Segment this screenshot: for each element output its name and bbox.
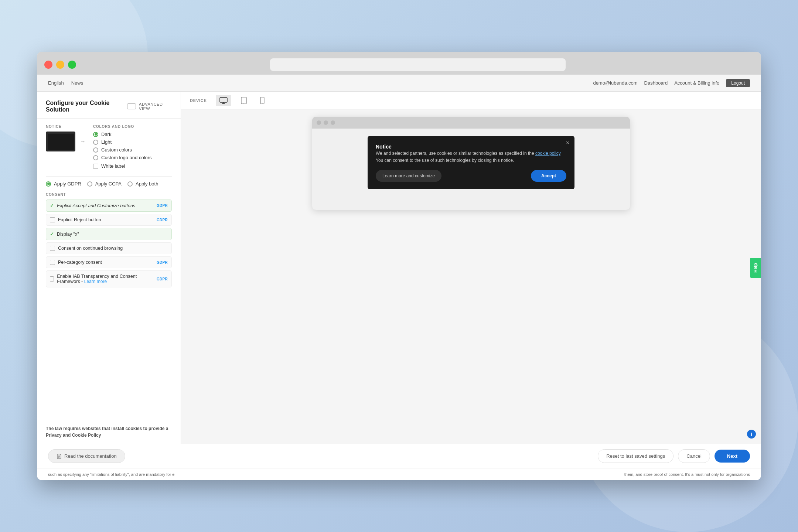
cookie-text-line1: We and selected partners, use cookies or… bbox=[376, 151, 534, 156]
notice-label: NOTICE bbox=[46, 125, 86, 129]
consent-item-1[interactable]: Explicit Reject button GDPR bbox=[46, 214, 172, 226]
apply-row: Apply GDPR Apply CCPA Apply both bbox=[46, 181, 172, 189]
minimize-traffic-light[interactable] bbox=[56, 61, 64, 69]
radio-light-btn[interactable] bbox=[93, 140, 98, 145]
cookie-notice-title: Notice bbox=[376, 144, 392, 150]
radio-dark-label: Dark bbox=[101, 132, 111, 137]
cookie-notice-popup: Notice × We and selected partners, use c… bbox=[368, 136, 574, 189]
consent-item-0-label: Explicit Accept and Customize buttons bbox=[57, 203, 135, 208]
checkbox-empty-5[interactable] bbox=[50, 276, 54, 282]
notice-arrow-icon: → bbox=[80, 138, 86, 145]
configure-header: Configure your Cookie Solution ADVANCED … bbox=[37, 92, 181, 119]
colors-logo-label: COLORS AND LOGO bbox=[93, 125, 172, 129]
apply-ccpa-radio[interactable] bbox=[87, 181, 92, 187]
apply-gdpr-option[interactable]: Apply GDPR bbox=[46, 181, 81, 187]
apply-gdpr-radio[interactable] bbox=[46, 181, 51, 187]
radio-custom-colors-btn[interactable] bbox=[93, 147, 98, 153]
radio-custom-logo-label: Custom logo and colors bbox=[101, 155, 152, 160]
notice-colors-row: NOTICE → COLORS AND LOGO bbox=[46, 125, 172, 172]
consent-item-4-left: Per-category consent bbox=[50, 260, 102, 265]
action-right: Reset to last saved settings Cancel Next bbox=[598, 449, 750, 463]
radio-custom-logo[interactable]: Custom logo and colors bbox=[93, 155, 172, 160]
cookie-actions: Learn more and customize Accept bbox=[376, 170, 566, 182]
white-label-checkbox[interactable] bbox=[93, 164, 98, 169]
preview-dot-3 bbox=[331, 120, 335, 125]
url-bar[interactable] bbox=[270, 58, 566, 71]
radio-custom-colors[interactable]: Custom colors bbox=[93, 147, 172, 153]
consent-item-5-badge: GDPR bbox=[157, 277, 168, 281]
close-traffic-light[interactable] bbox=[44, 61, 52, 69]
consent-item-3-label: Consent on continued browsing bbox=[58, 246, 123, 251]
action-bar: Read the documentation Reset to last sav… bbox=[37, 444, 761, 468]
consent-item-4[interactable]: Per-category consent GDPR bbox=[46, 256, 172, 268]
apply-ccpa-option[interactable]: Apply CCPA bbox=[87, 181, 122, 187]
next-button[interactable]: Next bbox=[715, 450, 750, 463]
svg-point-6 bbox=[262, 103, 263, 103]
notice-preview-box[interactable] bbox=[46, 132, 75, 151]
accept-button[interactable]: Accept bbox=[531, 170, 566, 182]
consent-label: CONSENT bbox=[46, 192, 172, 197]
consent-item-2-left: ✓ Display "x" bbox=[50, 231, 79, 237]
info-icon[interactable]: i bbox=[747, 430, 756, 439]
advanced-view-label: ADVANCED VIEW bbox=[139, 102, 172, 111]
logout-button[interactable]: Logout bbox=[726, 79, 750, 87]
device-tablet-icon[interactable] bbox=[237, 95, 250, 106]
checkbox-empty-1[interactable] bbox=[50, 217, 55, 222]
maximize-traffic-light[interactable] bbox=[68, 61, 76, 69]
cookie-text-line2: You can consent to the use of such techn… bbox=[376, 158, 514, 163]
cookie-notice-close-button[interactable]: × bbox=[566, 140, 569, 146]
preview-dot-1 bbox=[317, 120, 321, 125]
preview-container: Notice × We and selected partners, use c… bbox=[181, 109, 761, 444]
device-label: DEVICE bbox=[190, 98, 207, 103]
checkbox-empty-4[interactable] bbox=[50, 260, 55, 265]
nav-billing[interactable]: Account & Billing info bbox=[674, 80, 719, 86]
preview-browser-bar bbox=[312, 117, 630, 129]
notice-section: NOTICE → bbox=[46, 125, 86, 172]
learn-more-link-iab[interactable]: Learn more bbox=[84, 279, 107, 284]
white-label-row[interactable]: White label bbox=[93, 163, 172, 169]
radio-custom-logo-btn[interactable] bbox=[93, 155, 98, 160]
apply-both-option[interactable]: Apply both bbox=[127, 181, 158, 187]
consent-item-1-badge: GDPR bbox=[157, 218, 168, 222]
footer-notice: The law requires websites that install c… bbox=[37, 420, 181, 444]
learn-more-customize-button[interactable]: Learn more and customize bbox=[376, 170, 441, 182]
cancel-button[interactable]: Cancel bbox=[678, 449, 710, 463]
traffic-lights bbox=[44, 61, 76, 69]
nav-lang[interactable]: English bbox=[48, 80, 64, 86]
apply-both-radio[interactable] bbox=[127, 181, 133, 187]
consent-item-3-left: Consent on continued browsing bbox=[50, 246, 123, 251]
browser-nav: English News demo@iubenda.com Dashboard … bbox=[37, 75, 761, 92]
advanced-view-checkbox[interactable] bbox=[127, 103, 136, 109]
svg-point-4 bbox=[243, 103, 244, 103]
consent-item-0-left: ✓ Explicit Accept and Customize buttons bbox=[50, 203, 135, 208]
nav-dashboard[interactable]: Dashboard bbox=[644, 80, 668, 86]
device-desktop-icon[interactable] bbox=[216, 95, 231, 106]
radio-dark[interactable]: Dark bbox=[93, 132, 172, 137]
browser-window: English News demo@iubenda.com Dashboard … bbox=[37, 52, 761, 480]
consent-item-4-label: Per-category consent bbox=[58, 260, 102, 265]
radio-light[interactable]: Light bbox=[93, 139, 172, 145]
cookie-policy-link[interactable]: cookie policy bbox=[535, 151, 560, 156]
colors-logo-section: COLORS AND LOGO Dark Light Custom colors bbox=[93, 125, 172, 172]
radio-dark-btn[interactable] bbox=[93, 132, 98, 137]
advanced-view-toggle[interactable]: ADVANCED VIEW bbox=[127, 102, 172, 111]
browser-chrome bbox=[37, 52, 761, 75]
read-doc-label: Read the documentation bbox=[64, 453, 117, 459]
consent-item-2-label: Display "x" bbox=[57, 232, 79, 237]
nav-news[interactable]: News bbox=[71, 80, 83, 86]
device-mobile-icon[interactable] bbox=[256, 95, 268, 106]
bottom-text-left: such as specifying any "limitations of l… bbox=[48, 472, 176, 477]
help-tab[interactable]: Help bbox=[750, 258, 761, 277]
footer-notice-text: The law requires websites that install c… bbox=[46, 426, 168, 438]
svg-rect-0 bbox=[220, 98, 227, 102]
consent-item-2[interactable]: ✓ Display "x" bbox=[46, 228, 172, 240]
checkbox-empty-3[interactable] bbox=[50, 246, 55, 251]
bottom-text-strip: such as specifying any "limitations of l… bbox=[37, 468, 761, 480]
reset-button[interactable]: Reset to last saved settings bbox=[598, 449, 673, 463]
consent-item-5[interactable]: Enable IAB Transparency and Consent Fram… bbox=[46, 270, 172, 287]
divider-1 bbox=[46, 176, 172, 177]
consent-item-0[interactable]: ✓ Explicit Accept and Customize buttons … bbox=[46, 200, 172, 212]
read-doc-button[interactable]: Read the documentation bbox=[48, 449, 125, 463]
consent-item-3[interactable]: Consent on continued browsing bbox=[46, 242, 172, 254]
configure-panel: Configure your Cookie Solution ADVANCED … bbox=[37, 92, 181, 444]
